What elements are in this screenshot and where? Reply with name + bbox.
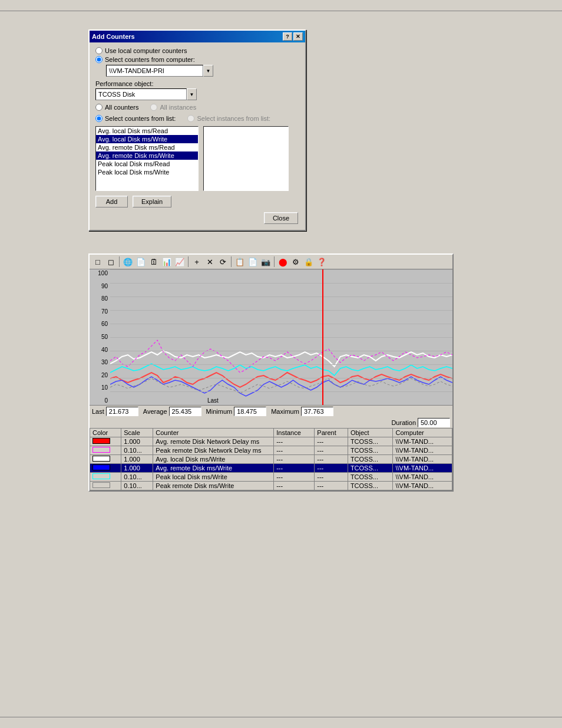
toolbar: □ ◻ 🌐 📄 🗓 📊 📈 + ✕ ⟳ 📋 📄 📷 ⬤ ⚙ 🔒 ❓	[90, 255, 452, 269]
tb-sep3	[231, 256, 232, 267]
computer-select[interactable]: \\VM-TANDEM-PRI	[106, 65, 203, 77]
y-label-0: 0	[91, 398, 108, 404]
chart-cursor[interactable]	[322, 269, 323, 405]
bottom-divider	[0, 717, 562, 717]
list-item[interactable]: Avg. remote Disk ms/Read	[96, 143, 198, 151]
list-item[interactable]: Peak local Disk ms/Write	[96, 168, 198, 176]
cell-parent: ---	[315, 482, 348, 490]
last-value: 21.673	[106, 407, 138, 416]
counter-listbox[interactable]: Avg. local Disk ms/Read Avg. local Disk …	[95, 126, 199, 191]
table-row[interactable]: 0.10...Peak remote Disk Network Delay ms…	[90, 446, 452, 455]
stats-row2: Duration 50.00	[90, 417, 452, 428]
list-item[interactable]: Avg. remote Disk ms/Write	[96, 151, 198, 160]
table-row[interactable]: 0.10...Peak local Disk ms/Write------TCO…	[90, 473, 452, 482]
duration-stat: Duration 50.00	[391, 418, 450, 427]
maximum-value: 37.763	[301, 407, 333, 416]
cell-color	[90, 482, 121, 490]
y-label-30: 30	[91, 360, 108, 365]
cell-parent: ---	[315, 446, 348, 455]
perf-object-label: Performance object:	[95, 80, 299, 87]
tb-lock-btn[interactable]: 🔒	[303, 256, 315, 268]
cell-color	[90, 464, 121, 473]
select-instances-radio	[187, 115, 194, 122]
tb-web-btn[interactable]: 🌐	[122, 256, 134, 268]
list-item[interactable]: Peak local Disk ms/Read	[96, 160, 198, 168]
tb-red-btn[interactable]: ⬤	[277, 256, 289, 268]
tb-open-btn[interactable]: ◻	[105, 256, 117, 268]
tb-new-btn[interactable]: □	[92, 256, 104, 268]
tb-copy-btn[interactable]: 📋	[234, 256, 246, 268]
use-local-radio[interactable]	[95, 47, 103, 54]
dialog-body: Use local computer counters Select count…	[90, 42, 305, 230]
minimum-value: 18.475	[234, 407, 266, 416]
tb-sep4	[274, 256, 275, 267]
use-local-label: Use local computer counters	[105, 47, 187, 54]
tb-settings-btn[interactable]: ⚙	[290, 256, 302, 268]
cell-computer: \\VM-TAND...	[393, 473, 452, 482]
cell-object: TCOSS...	[348, 482, 393, 490]
tb-cal-btn[interactable]: 🗓	[148, 256, 160, 268]
table-row[interactable]: 0.10...Peak remote Disk ms/Write------TC…	[90, 482, 452, 490]
instances-listbox[interactable]	[203, 126, 289, 191]
grid-100	[110, 269, 452, 270]
col-scale: Scale	[121, 429, 153, 437]
list-item[interactable]: Avg. local Disk ms/Write	[96, 135, 198, 143]
perf-object-select[interactable]: TCOSS Disk	[95, 88, 187, 100]
col-instance: Instance	[274, 429, 315, 437]
tb-refresh-btn[interactable]: ⟳	[217, 256, 229, 268]
table-row[interactable]: 1.000Avg. remote Disk Network Delay ms--…	[90, 437, 452, 446]
tb-delete-btn[interactable]: ✕	[204, 256, 216, 268]
tb-chart-btn[interactable]: 📊	[161, 256, 173, 268]
select-counters-radio[interactable]	[95, 115, 103, 122]
all-instances-label: All instances	[160, 104, 196, 111]
all-instances-radio	[150, 104, 157, 111]
col-color: Color	[90, 429, 121, 437]
list-item[interactable]: Avg. local Disk ms/Read	[96, 127, 198, 135]
select-counters-radio-row: Select counters from list:	[95, 115, 176, 122]
grid-30	[110, 364, 452, 365]
grid-10	[110, 391, 452, 392]
table-row[interactable]: 1.000Avg. local Disk ms/Write------TCOSS…	[90, 455, 452, 464]
tb-help-btn[interactable]: ❓	[316, 256, 328, 268]
average-stat: Average 25.435	[143, 407, 201, 416]
grid-90	[110, 283, 452, 284]
average-value: 25.435	[169, 407, 201, 416]
tb-graph-btn[interactable]: 📈	[174, 256, 186, 268]
grid-80	[110, 297, 452, 297]
select-instances-radio-row: Select instances from list:	[187, 115, 270, 122]
table-row[interactable]: 1.000Avg. remote Disk ms/Write------TCOS…	[90, 464, 452, 473]
grid-20	[110, 378, 452, 378]
table-header-row: Color Scale Counter Instance Parent Obje…	[90, 429, 452, 437]
tb-paste-btn[interactable]: 📄	[247, 256, 259, 268]
help-button[interactable]: ?	[283, 32, 292, 41]
close-button[interactable]: Close	[264, 212, 298, 224]
stats-row: Last 21.673 Average 25.435 Minimum 18.47…	[90, 405, 452, 417]
cell-computer: \\VM-TAND...	[393, 455, 452, 464]
cell-counter: Avg. local Disk ms/Write	[153, 455, 274, 464]
col-counter: Counter	[153, 429, 274, 437]
cell-color	[90, 473, 121, 482]
tb-snapshot-btn[interactable]: 📷	[260, 256, 272, 268]
cell-counter: Peak local Disk ms/Write	[153, 473, 274, 482]
explain-button[interactable]: Explain	[133, 196, 171, 207]
add-button[interactable]: Add	[95, 196, 128, 207]
perf-object-dropdown-arrow[interactable]: ▼	[187, 88, 197, 100]
counter-table: Color Scale Counter Instance Parent Obje…	[90, 428, 452, 490]
close-x-button[interactable]: ✕	[293, 32, 303, 41]
cell-scale: 1.000	[121, 437, 153, 446]
cell-counter: Peak remote Disk Network Delay ms	[153, 446, 274, 455]
tb-sep1	[119, 256, 120, 267]
last-label: Last	[92, 408, 104, 415]
cell-parent: ---	[315, 455, 348, 464]
perf-object-combo: TCOSS Disk ▼	[95, 88, 299, 100]
tb-add-btn[interactable]: +	[191, 256, 203, 268]
all-counters-radio[interactable]	[95, 104, 103, 111]
cell-color	[90, 446, 121, 455]
cell-computer: \\VM-TAND...	[393, 482, 452, 490]
tb-doc-btn[interactable]: 📄	[135, 256, 147, 268]
cell-scale: 1.000	[121, 455, 153, 464]
select-computer-radio[interactable]	[95, 56, 103, 63]
y-label-90: 90	[91, 284, 108, 289]
col-object: Object	[348, 429, 393, 437]
computer-dropdown-arrow[interactable]: ▼	[203, 65, 213, 77]
